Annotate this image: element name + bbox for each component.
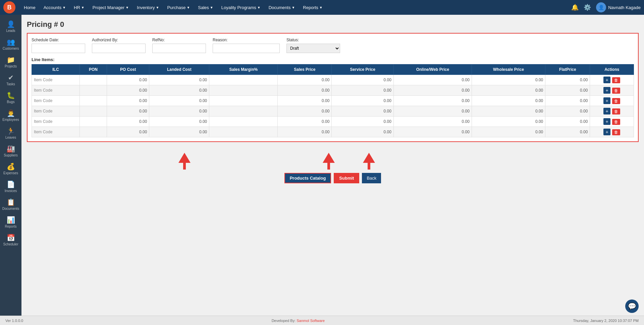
col-online-price: Online/Web Price	[393, 64, 472, 75]
cell-actions: + 🗑	[590, 106, 634, 117]
cell-sales-price: 0.00	[278, 127, 332, 137]
sidebar-item-suppliers[interactable]: 🏭 Suppliers	[0, 142, 21, 160]
projects-icon: 📁	[7, 56, 15, 64]
sidebar-item-scheduler[interactable]: 📅 Scheduler	[0, 231, 21, 249]
schedule-date-label: Schedule Date:	[32, 38, 85, 42]
nav-accounts[interactable]: Accounts ▼	[40, 3, 69, 12]
cell-sales-margin	[209, 85, 278, 96]
cell-online-price: 0.00	[393, 96, 472, 106]
table-body: Item Code 0.00 0.00 0.00 0.00 0.00 0.00 …	[32, 75, 634, 137]
arrow-stem-center-right	[368, 163, 370, 170]
delete-row-button[interactable]: 🗑	[612, 129, 620, 135]
refno-label: RefNo:	[152, 38, 206, 42]
table-row: Item Code 0.00 0.00 0.00 0.00 0.00 0.00 …	[32, 106, 634, 117]
add-row-button[interactable]: +	[603, 97, 610, 104]
cell-service-price: 0.00	[332, 85, 394, 96]
arrow-up-center-right	[363, 153, 375, 163]
add-row-button[interactable]: +	[603, 87, 610, 94]
status-group: Status: Draft Submitted Approved	[286, 38, 340, 53]
add-row-button[interactable]: +	[603, 118, 610, 125]
user-avatar: 👤	[596, 2, 606, 12]
sidebar-suppliers-label: Suppliers	[4, 153, 18, 157]
table-row: Item Code 0.00 0.00 0.00 0.00 0.00 0.00 …	[32, 96, 634, 106]
settings-icon[interactable]: ⚙️	[584, 4, 591, 11]
cell-pon	[79, 106, 107, 117]
nav-project-manager[interactable]: Project Manager ▼	[89, 3, 132, 12]
cell-actions: + 🗑	[590, 85, 634, 96]
sidebar-item-customers[interactable]: 👥 Customers	[0, 35, 21, 53]
cell-po-cost: 0.00	[107, 127, 149, 137]
sidebar-item-expenses[interactable]: 💰 Expenses	[0, 160, 21, 178]
reason-input[interactable]	[213, 44, 280, 53]
sidebar: 👤 Leads 👥 Customers 📁 Projects ✔ Tasks 🐛…	[0, 15, 21, 316]
pricing-form: Schedule Date: Authorized By: RefNo: Rea…	[27, 33, 639, 142]
user-menu[interactable]: 👤 Navnath Kagade	[596, 2, 641, 12]
top-navigation: B Home Accounts ▼ HR ▼ Project Manager ▼…	[0, 0, 644, 15]
reason-group: Reason:	[213, 38, 280, 53]
refno-input[interactable]	[152, 44, 206, 53]
delete-row-button[interactable]: 🗑	[612, 88, 620, 94]
authorized-by-input[interactable]	[92, 44, 146, 53]
sidebar-item-invoices[interactable]: 📄 Invoices	[0, 178, 21, 195]
nav-home[interactable]: Home	[20, 3, 39, 12]
col-flat-price: FlatPrice	[545, 64, 590, 75]
cell-wholesale-price: 0.00	[472, 106, 545, 117]
sidebar-item-bugs[interactable]: 🐛 Bugs	[0, 89, 21, 106]
sidebar-item-employees[interactable]: 👨‍💼 Employees	[0, 106, 21, 124]
timestamp: Thursday, January 2, 2020 10:37:07 PM	[573, 319, 639, 323]
sidebar-item-leads[interactable]: 👤 Leads	[0, 17, 21, 35]
sidebar-invoices-label: Invoices	[5, 189, 17, 193]
sidebar-item-leaves[interactable]: 🏃 Leaves	[0, 124, 21, 142]
nav-hr[interactable]: HR ▼	[70, 3, 88, 12]
nav-sales[interactable]: Sales ▼	[195, 3, 216, 12]
sidebar-documents-label: Documents	[2, 207, 19, 211]
notification-icon[interactable]: 🔔	[571, 4, 579, 11]
sidebar-item-projects[interactable]: 📁 Projects	[0, 53, 21, 71]
cell-landed-cost: 0.00	[149, 117, 209, 127]
add-row-button[interactable]: +	[603, 108, 610, 114]
delete-row-button[interactable]: 🗑	[612, 77, 620, 83]
cell-service-price: 0.00	[332, 96, 394, 106]
status-select[interactable]: Draft Submitted Approved	[286, 44, 340, 53]
sidebar-customers-label: Customers	[3, 47, 19, 50]
sidebar-tasks-label: Tasks	[6, 82, 15, 86]
delete-row-button[interactable]: 🗑	[612, 98, 620, 104]
sidebar-item-tasks[interactable]: ✔ Tasks	[0, 71, 21, 89]
employees-icon: 👨‍💼	[7, 109, 15, 117]
nav-purchase[interactable]: Purchase ▼	[164, 3, 193, 12]
hr-dropdown-arrow: ▼	[81, 6, 85, 9]
add-row-button[interactable]: +	[603, 129, 610, 135]
products-catalog-button[interactable]: Products Catalog	[284, 173, 331, 183]
sidebar-item-documents[interactable]: 📋 Documents	[0, 195, 21, 213]
nav-right-section: 🔔 ⚙️ 👤 Navnath Kagade	[571, 2, 641, 12]
cell-online-price: 0.00	[393, 127, 472, 137]
main-layout: 👤 Leads 👥 Customers 📁 Projects ✔ Tasks 🐛…	[0, 15, 644, 316]
cell-po-cost: 0.00	[107, 85, 149, 96]
cell-pon	[79, 85, 107, 96]
cell-sales-price: 0.00	[278, 75, 332, 85]
schedule-date-input[interactable]	[32, 44, 85, 53]
cell-flat-price: 0.00	[545, 75, 590, 85]
chat-bubble[interactable]: 💬	[625, 299, 639, 313]
delete-row-button[interactable]: 🗑	[612, 119, 620, 125]
form-fields-row: Schedule Date: Authorized By: RefNo: Rea…	[32, 38, 634, 53]
line-items-label: Line Items:	[32, 57, 634, 62]
expenses-icon: 💰	[7, 162, 15, 171]
nav-reports[interactable]: Reports ▼	[300, 3, 326, 12]
content-area: Pricing # 0 Schedule Date: Authorized By…	[21, 15, 644, 316]
nav-inventory[interactable]: Inventory ▼	[133, 3, 162, 12]
cell-ilc: Item Code	[32, 106, 80, 117]
submit-button[interactable]: Submit	[334, 173, 359, 183]
add-row-button[interactable]: +	[603, 77, 610, 83]
authorized-by-label: Authorized By:	[92, 38, 146, 42]
delete-row-button[interactable]: 🗑	[612, 108, 620, 114]
inv-dropdown-arrow: ▼	[156, 6, 159, 9]
sidebar-item-reports[interactable]: 📊 Reports	[0, 213, 21, 231]
tasks-icon: ✔	[8, 74, 14, 82]
nav-documents[interactable]: Documents ▼	[265, 3, 299, 12]
version-label: Ver 1.0.0.0	[5, 319, 23, 323]
back-button[interactable]: Back	[362, 173, 381, 183]
arrow-center-right	[363, 153, 375, 170]
documents-icon: 📋	[7, 198, 15, 206]
nav-loyality[interactable]: Loyality Programs ▼	[218, 3, 264, 12]
